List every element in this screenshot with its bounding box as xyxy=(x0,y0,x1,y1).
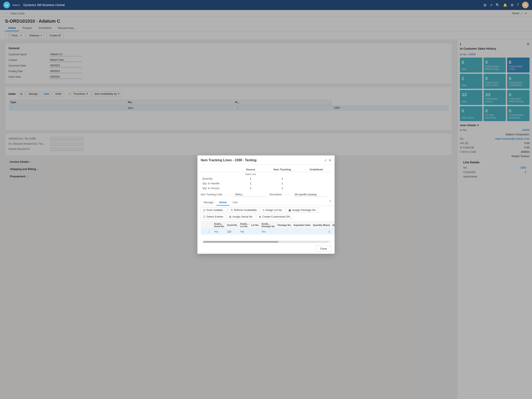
avatar[interactable]: U xyxy=(522,2,529,8)
tracking-code-input[interactable] xyxy=(234,193,267,196)
serial-icon: ⊞ xyxy=(229,215,232,218)
tracking-table-wrap: Availa...Serial No. Serial No. Availa...… xyxy=(197,221,335,241)
qty-handle-undefined xyxy=(301,181,331,186)
modal-footer: Close xyxy=(197,243,335,254)
summary-table: Source Item Tracking Undefined Sales Lin… xyxy=(201,167,331,190)
qty-invoice-row: Qty. to Invoice 1 1 xyxy=(201,186,331,190)
empty-tracking-row xyxy=(201,234,335,240)
watch-label: Watch xyxy=(13,4,20,7)
desc-dots: ········· xyxy=(285,193,291,196)
item-tracking-modal: Item Tracking Lines - 1000 · Testing ⤢ ✕… xyxy=(197,155,335,254)
grid-icon[interactable]: ⊞ xyxy=(484,3,486,7)
tab-manage[interactable]: Manage xyxy=(201,200,216,206)
page-background: ← Sales Order Saved ⤢ ✕ S-ORD101010 · Ad… xyxy=(0,10,532,399)
row-1-qty-to xyxy=(331,229,335,234)
scroll-left-arrow[interactable]: ‹ xyxy=(201,241,203,243)
quantity-row: Quantity 1 1 xyxy=(201,176,331,181)
select-entries-button[interactable]: ☑ Select Entries xyxy=(201,214,226,219)
tracking-code-dots: ········· xyxy=(225,193,232,196)
row-1-qty-base: 1 xyxy=(312,229,331,234)
qty-handle-tracking: 1 xyxy=(263,181,301,186)
sales-line-sublabel xyxy=(201,172,238,176)
help-icon[interactable]: ? xyxy=(517,3,519,7)
row-1-arrow: → xyxy=(201,229,206,234)
row-1-dots[interactable]: ⋮ xyxy=(206,229,213,234)
col-arrow xyxy=(201,221,206,229)
col-item-tracking: Item Tracking xyxy=(263,167,301,172)
scan-multiple-button[interactable]: ⊡ Scan multiple... xyxy=(201,207,227,213)
col-avail-serial: Availa...Serial No. xyxy=(213,221,226,229)
tracking-code-label: Item Tracking Code xyxy=(201,193,222,196)
search-icon[interactable]: 🔍 xyxy=(496,3,500,7)
tracking-table: Availa...Serial No. Serial No. Availa...… xyxy=(201,221,335,241)
row-1-avail-lot[interactable]: Yes xyxy=(239,229,250,234)
description-label: Description xyxy=(270,193,282,196)
settings-icon[interactable]: ⚙ xyxy=(511,3,513,7)
col-package-no: Package No. xyxy=(276,221,292,229)
modal-header-icons: ⤢ ✕ xyxy=(324,158,331,162)
col-avail-lot: Availa...Lot No. xyxy=(239,221,250,229)
package-icon: ▣ xyxy=(288,209,291,212)
qty-invoice-tracking: 1 xyxy=(263,186,301,190)
scan-icon: ⊡ xyxy=(203,209,206,212)
create-icon: ⊕ xyxy=(259,215,261,218)
app-logo: iv xyxy=(3,2,10,8)
tab-line[interactable]: Line xyxy=(230,200,241,206)
modal-header: Item Tracking Lines - 1000 · Testing ⤢ ✕ xyxy=(197,155,335,165)
col-source: Source xyxy=(238,167,264,172)
assign-package-button[interactable]: ▣ Assign Package No. xyxy=(286,207,319,213)
col-avail-package: Availa...Package No. xyxy=(260,221,276,229)
qty-handle-source: 1 xyxy=(238,181,264,186)
row-1-avail-package[interactable]: Yes xyxy=(260,229,276,234)
tracking-row-1[interactable]: → ⋮ Yes 123 Yes Yes 1 xyxy=(201,229,335,234)
qty-handle-label: Qty. to Handle xyxy=(201,181,238,186)
lot-icon: ≡ xyxy=(262,209,264,212)
select-icon: ☑ xyxy=(203,215,206,218)
col-lot-no: Lot No. xyxy=(250,221,260,229)
qty-invoice-source: 1 xyxy=(238,186,264,190)
row-1-lot-no xyxy=(250,229,260,234)
sales-line-source: Sales Line xyxy=(238,172,264,176)
col-qty-to: Qty. to xyxy=(331,221,335,229)
col-undefined: Undefined xyxy=(301,167,331,172)
assign-serial-button[interactable]: ⊞ Assign Serial No. xyxy=(227,214,255,219)
qty-label: Quantity xyxy=(201,176,238,181)
tab-home[interactable]: Home xyxy=(216,200,230,206)
qty-handle-row: Qty. to Handle 1 1 xyxy=(201,181,331,186)
tracking-code-row: Item Tracking Code ········· Description… xyxy=(197,190,335,199)
bell-icon[interactable]: 🔔 xyxy=(503,3,507,7)
refresh-icon: ↻ xyxy=(231,209,233,212)
modal-title: Item Tracking Lines - 1000 · Testing xyxy=(201,158,256,162)
app-title: Dynamics 365 Business Central xyxy=(23,3,64,7)
modal-body: Source Item Tracking Undefined Sales Lin… xyxy=(197,165,335,243)
tab-share-icon[interactable]: ↗ xyxy=(329,200,331,206)
qty-tracking: 1 xyxy=(263,176,301,181)
col-serial-no: Serial No. xyxy=(226,221,239,229)
row-1-exp-date xyxy=(292,229,312,234)
nav-icons-group: ⊞ ↗ 🔍 🔔 ⚙ ? U xyxy=(484,2,529,8)
col-dots xyxy=(206,221,213,229)
refresh-availability-button[interactable]: ↻ Refresh Availability xyxy=(228,207,259,213)
scroll-right-arrow[interactable]: › xyxy=(329,241,331,243)
summary-table-wrap: Source Item Tracking Undefined Sales Lin… xyxy=(197,165,335,190)
horizontal-scrollbar[interactable]: ‹ › xyxy=(197,241,335,243)
modal-toolbar: ⊡ Scan multiple... ↻ Refresh Availabilit… xyxy=(197,206,335,221)
qty-source: 1 xyxy=(238,176,264,181)
scrollbar-track[interactable] xyxy=(203,241,329,243)
row-1-package-no xyxy=(276,229,292,234)
modal-expand-button[interactable]: ⤢ xyxy=(324,158,327,162)
scrollbar-thumb[interactable] xyxy=(203,241,279,243)
col-qty-base: Quantity (Base) xyxy=(312,221,331,229)
row-1-avail-serial[interactable]: Yes xyxy=(213,229,226,234)
modal-overlay: Item Tracking Lines - 1000 · Testing ⤢ ✕… xyxy=(0,10,532,399)
modal-close-button[interactable]: ✕ xyxy=(329,158,331,162)
description-input[interactable] xyxy=(294,193,327,196)
close-button[interactable]: Close xyxy=(316,246,331,252)
assign-lot-button[interactable]: ≡ Assign Lot No. xyxy=(260,207,285,213)
top-navigation: iv Watch Dynamics 365 Business Central ⊞… xyxy=(0,0,532,10)
qty-invoice-undefined xyxy=(301,186,331,190)
row-1-serial-no: 123 xyxy=(226,229,239,234)
col-empty xyxy=(201,167,238,172)
publish-icon[interactable]: ↗ xyxy=(490,3,492,7)
create-customized-sn-button[interactable]: ⊕ Create Customized SN xyxy=(257,214,292,219)
